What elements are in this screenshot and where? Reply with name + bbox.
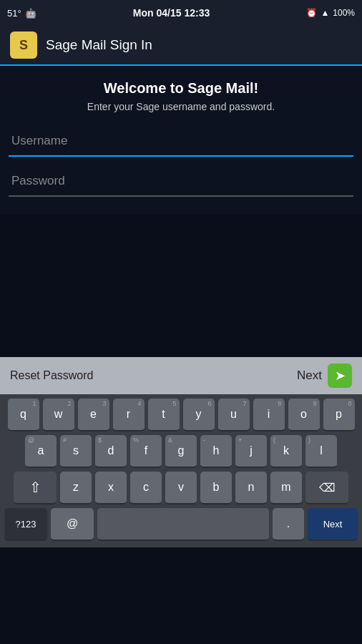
key-f[interactable]: %f	[130, 435, 162, 468]
key-c[interactable]: c	[130, 472, 162, 504]
alarm-icon: ⏰	[306, 8, 317, 18]
input-container	[0, 127, 362, 197]
key-i[interactable]: 8i	[253, 399, 285, 431]
shift-icon: ⇧	[29, 479, 41, 496]
key-p[interactable]: 0p	[323, 399, 355, 431]
reset-password-button[interactable]: Reset Password	[10, 369, 94, 382]
app-icon: S	[10, 31, 37, 59]
key-u[interactable]: 7u	[218, 399, 250, 431]
keyboard-row-3: ⇧ z x c v b n m ⌫	[1, 472, 361, 504]
keyboard-toolbar: Reset Password Next ➤	[0, 357, 362, 394]
key-y[interactable]: 6y	[183, 399, 215, 431]
key-t[interactable]: 5t	[148, 399, 180, 431]
welcome-subtitle: Enter your Sage username and password.	[0, 101, 362, 112]
keyboard-row-2: @a #s $d %f &g -h +j (k )l	[1, 435, 361, 468]
main-content: Welcome to Sage Mail! Enter your Sage us…	[0, 66, 362, 214]
key-backspace[interactable]: ⌫	[305, 472, 348, 504]
key-l[interactable]: )l	[305, 435, 337, 468]
key-e[interactable]: 3e	[78, 399, 109, 431]
app-title: Sage Mail Sign In	[46, 37, 152, 53]
key-space[interactable]	[97, 508, 269, 541]
next-arrow-icon: ➤	[328, 364, 352, 388]
content-spacer	[0, 214, 362, 357]
key-b[interactable]: b	[200, 472, 232, 504]
wifi-icon: ▲	[321, 8, 329, 18]
app-bar: S Sage Mail Sign In	[0, 26, 362, 66]
key-x[interactable]: x	[95, 472, 127, 504]
key-n[interactable]: n	[235, 472, 267, 504]
app-icon-label: S	[19, 38, 28, 53]
key-g[interactable]: &g	[165, 435, 197, 468]
key-h[interactable]: -h	[200, 435, 232, 468]
next-button-toolbar[interactable]: Next ➤	[297, 364, 352, 388]
status-left: 51° 🤖	[7, 8, 36, 19]
key-symbols[interactable]: ?123	[4, 508, 47, 541]
key-j[interactable]: +j	[235, 435, 267, 468]
key-a[interactable]: @a	[25, 435, 57, 468]
key-period[interactable]: .	[273, 508, 304, 541]
username-input[interactable]	[9, 127, 353, 157]
welcome-title: Welcome to Sage Mail!	[0, 80, 362, 97]
key-w[interactable]: 2w	[43, 399, 74, 431]
key-shift[interactable]: ⇧	[14, 472, 57, 504]
keyboard-row-4: ?123 @ . Next	[1, 508, 361, 541]
battery-level: 100%	[333, 8, 355, 18]
status-bar: 51° 🤖 Mon 04/15 12:33 ⏰ ▲ 100%	[0, 0, 362, 26]
android-icon: 🤖	[25, 8, 36, 19]
key-v[interactable]: v	[165, 472, 197, 504]
password-input[interactable]	[9, 167, 353, 197]
keyboard: 1q 2w 3e 4r 5t 6y 7u 8i 9o 0p @a #s $d %…	[0, 394, 362, 547]
key-z[interactable]: z	[60, 472, 92, 504]
key-k[interactable]: (k	[270, 435, 302, 468]
keyboard-row-1: 1q 2w 3e 4r 5t 6y 7u 8i 9o 0p	[1, 399, 361, 431]
key-next-keyboard[interactable]: Next	[308, 508, 358, 541]
temperature: 51°	[7, 8, 21, 19]
status-time: Mon 04/15 12:33	[133, 7, 210, 19]
key-r[interactable]: 4r	[113, 399, 145, 431]
key-o[interactable]: 9o	[288, 399, 320, 431]
key-s[interactable]: #s	[60, 435, 92, 468]
key-d[interactable]: $d	[95, 435, 127, 468]
next-label: Next	[297, 369, 322, 383]
key-q[interactable]: 1q	[8, 399, 39, 431]
key-m[interactable]: m	[270, 472, 302, 504]
status-right: ⏰ ▲ 100%	[306, 8, 355, 18]
backspace-icon: ⌫	[319, 481, 336, 494]
key-at[interactable]: @	[51, 508, 94, 541]
